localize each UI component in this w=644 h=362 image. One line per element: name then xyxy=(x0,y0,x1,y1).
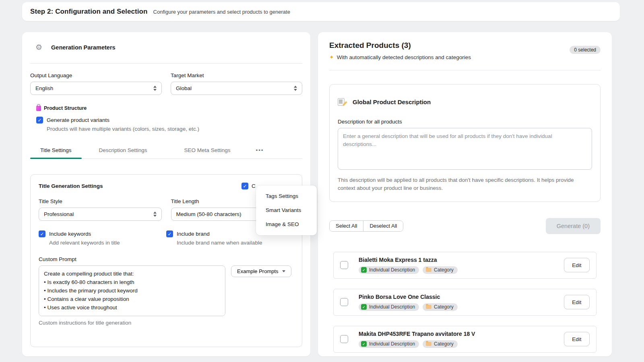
include-keywords-help: Add relevant keywords in title xyxy=(49,240,166,246)
settings-tabs: Title Settings Description Settings SEO … xyxy=(30,142,302,159)
include-keywords-group: Include keywords Add relevant keywords i… xyxy=(39,230,166,246)
product-list: Bialetti Moka Express 1 tazza Individual… xyxy=(329,252,601,353)
product-row: Bialetti Moka Express 1 tazza Individual… xyxy=(333,252,597,279)
global-product-description-card: Global Product Description Description f… xyxy=(329,84,601,202)
sparkles-icon: ✦ xyxy=(329,54,334,60)
select-updown-icon xyxy=(294,86,297,91)
page-subtitle: Configure your parameters and select pro… xyxy=(153,9,290,15)
menu-item-image-seo[interactable]: Image & SEO xyxy=(256,217,317,231)
include-brand-help: Include brand name when available xyxy=(177,240,294,246)
generate-variants-checkbox[interactable] xyxy=(36,117,43,123)
product-name: Pinko Borsa Love One Classic xyxy=(359,294,564,300)
select-updown-icon xyxy=(153,212,157,217)
example-prompts-label: Example Prompts xyxy=(237,268,279,274)
category-badge: Category xyxy=(423,303,458,311)
tab-title-settings[interactable]: Title Settings xyxy=(30,142,82,158)
global-description-field-label: Description for all products xyxy=(338,119,592,125)
include-brand-checkbox[interactable] xyxy=(166,230,173,237)
output-language-value: English xyxy=(35,85,53,91)
product-checkbox[interactable] xyxy=(340,261,348,269)
product-row: Pinko Borsa Love One Classic Individual … xyxy=(333,289,597,316)
tab-seo-meta-settings[interactable]: SEO Meta Settings xyxy=(174,142,241,158)
extracted-products-title: Extracted Products (3) xyxy=(329,41,601,50)
edit-product-button[interactable]: Edit xyxy=(564,332,590,346)
category-badge: Category xyxy=(423,340,458,348)
output-language-field: Output Language English xyxy=(30,72,162,95)
example-prompts-button[interactable]: Example Prompts xyxy=(231,265,291,277)
custom-prompt-input[interactable]: Create a compelling product title that: … xyxy=(39,265,225,316)
category-badge-label: Category xyxy=(434,304,454,310)
title-enabled-checkbox[interactable] xyxy=(242,183,248,189)
global-description-title: Global Product Description xyxy=(353,99,431,105)
deselect-all-button[interactable]: Deselect All xyxy=(363,221,403,231)
title-style-select[interactable]: Professional xyxy=(39,208,162,221)
product-structure-section-label: Product Structure xyxy=(30,105,302,111)
memo-icon xyxy=(338,98,345,106)
product-row: Makita DHP453RFE Trapano avvitatore 18 V… xyxy=(333,326,597,353)
selected-count-badge: 0 selected xyxy=(570,46,601,54)
title-style-field: Title Style Professional xyxy=(39,198,162,221)
title-length-value: Medium (50-80 characters) xyxy=(176,211,242,217)
generate-variants-help: Products will have multiple variants (co… xyxy=(41,126,302,132)
folder-icon xyxy=(426,342,431,346)
chevron-down-icon xyxy=(282,270,285,272)
category-badge-label: Category xyxy=(434,341,454,347)
individual-description-badge: Individual Description xyxy=(359,303,419,311)
generate-button[interactable]: Generate (0) xyxy=(546,218,601,234)
check-badge-icon xyxy=(361,267,367,273)
product-structure-label: Product Structure xyxy=(44,105,87,111)
product-checkbox[interactable] xyxy=(340,298,348,306)
individual-description-badge-label: Individual Description xyxy=(369,267,415,273)
product-name: Bialetti Moka Express 1 tazza xyxy=(359,257,564,263)
check-badge-icon xyxy=(361,304,367,310)
panel-title: Generation Parameters xyxy=(51,44,116,51)
global-description-input[interactable] xyxy=(338,128,592,170)
gear-icon: ⚙ xyxy=(35,43,42,51)
output-language-label: Output Language xyxy=(30,72,162,78)
target-market-value: Global xyxy=(176,85,192,91)
custom-prompt-help: Custom instructions for title generation xyxy=(39,320,294,326)
check-badge-icon xyxy=(361,341,367,347)
product-name: Makita DHP453RFE Trapano avvitatore 18 V xyxy=(359,331,564,337)
target-market-label: Target Market xyxy=(171,72,302,78)
generate-variants-label: Generate product variants xyxy=(47,117,109,123)
select-updown-icon xyxy=(153,86,157,91)
title-generation-settings-heading: Title Generation Settings xyxy=(39,183,103,189)
tab-description-settings[interactable]: Description Settings xyxy=(89,142,157,158)
selection-button-group: Select All Deselect All xyxy=(329,220,403,232)
step-header-bar: Step 2: Configuration and Selection Conf… xyxy=(22,2,620,21)
more-settings-menu: Tags Settings Smart Variants Image & SEO xyxy=(256,185,317,235)
folder-icon xyxy=(426,305,431,309)
extracted-products-subtitle: With automatically detected descriptions… xyxy=(337,54,471,60)
include-brand-label: Include brand xyxy=(177,231,210,237)
page-title: Step 2: Configuration and Selection xyxy=(30,8,148,16)
shopping-bag-icon xyxy=(36,106,41,111)
folder-icon xyxy=(426,268,431,272)
include-keywords-checkbox[interactable] xyxy=(39,230,45,237)
title-enabled-checkbox-label: C xyxy=(252,183,256,189)
select-all-button[interactable]: Select All xyxy=(330,221,363,231)
include-keywords-label: Include keywords xyxy=(49,231,91,237)
product-checkbox[interactable] xyxy=(340,335,348,343)
target-market-select[interactable]: Global xyxy=(171,82,302,95)
target-market-field: Target Market Global xyxy=(171,72,302,95)
extracted-products-panel: Extracted Products (3) ✦ With automatica… xyxy=(318,32,612,356)
individual-description-badge: Individual Description xyxy=(359,266,419,274)
individual-description-badge: Individual Description xyxy=(359,340,419,348)
tab-more-menu[interactable]: ••• xyxy=(248,142,272,158)
edit-product-button[interactable]: Edit xyxy=(564,295,590,309)
individual-description-badge-label: Individual Description xyxy=(369,341,415,347)
category-badge: Category xyxy=(423,266,458,274)
divider xyxy=(329,70,601,70)
individual-description-badge-label: Individual Description xyxy=(369,304,415,310)
title-style-label: Title Style xyxy=(39,198,162,204)
menu-item-tags-settings[interactable]: Tags Settings xyxy=(256,189,317,203)
panel-header: ⚙ Generation Parameters xyxy=(30,43,302,51)
global-description-help: This description will be applied to all … xyxy=(338,176,592,193)
edit-product-button[interactable]: Edit xyxy=(564,258,590,272)
category-badge-label: Category xyxy=(434,267,454,273)
divider xyxy=(30,63,302,64)
menu-item-smart-variants[interactable]: Smart Variants xyxy=(256,203,317,217)
custom-prompt-label: Custom Prompt xyxy=(39,256,294,262)
output-language-select[interactable]: English xyxy=(30,82,162,95)
